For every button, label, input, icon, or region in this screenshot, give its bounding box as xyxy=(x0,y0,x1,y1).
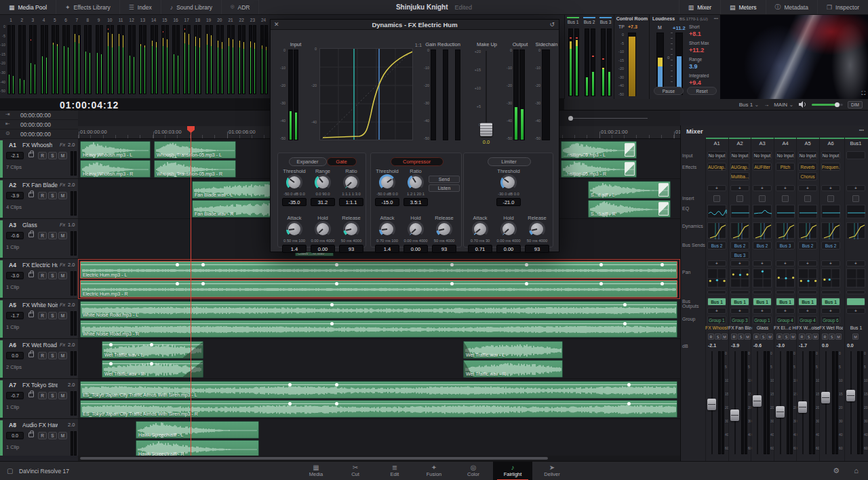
track-record-button[interactable]: R xyxy=(38,432,47,439)
strip-effect-chip[interactable]: Frequen... xyxy=(821,163,840,171)
strip-dynamics-thumbnail[interactable] xyxy=(753,222,772,239)
strip-add-effect-button[interactable]: + xyxy=(753,185,772,191)
strip-input-chip[interactable]: No Input xyxy=(730,151,749,159)
strip-insert-toggle[interactable] xyxy=(804,195,811,202)
track-solo-button[interactable]: S xyxy=(48,312,57,319)
knob-threshold[interactable] xyxy=(379,174,395,191)
strip-effect-chip[interactable]: Pitch xyxy=(776,163,795,171)
strip-add-send-button[interactable]: + xyxy=(821,260,840,266)
strip-eq-thumbnail[interactable] xyxy=(753,205,772,218)
strip-bus-send-chip[interactable]: Bus 2 xyxy=(707,241,726,249)
automation-point[interactable] xyxy=(450,263,454,266)
strip-insert-toggle[interactable] xyxy=(782,195,789,202)
automation-point[interactable] xyxy=(335,282,338,285)
strip-solo-button[interactable]: S xyxy=(738,334,744,340)
tab-limiter[interactable]: Limiter xyxy=(488,157,531,166)
track-gain-value[interactable]: -3.9 xyxy=(6,192,24,199)
audio-clip[interactable]: Heavy Whoosh.mp3 - R xyxy=(80,160,151,178)
fade-handle[interactable] xyxy=(658,183,669,197)
knob-value[interactable]: 1.4 xyxy=(282,245,307,253)
strip-input-chip[interactable]: No Input xyxy=(753,151,772,159)
strip-mute-button[interactable]: M xyxy=(812,334,818,340)
strip-solo-button[interactable]: S xyxy=(760,334,766,340)
track-mute-button[interactable]: M xyxy=(58,312,67,319)
strip-record-button[interactable]: R xyxy=(822,334,828,340)
track-gain-value[interactable]: -0.7 xyxy=(6,392,24,399)
page-tab-deliver[interactable]: ➤Deliver xyxy=(532,462,572,480)
automation-point[interactable] xyxy=(660,263,664,266)
strip-record-button[interactable]: R xyxy=(776,334,783,340)
automation-point[interactable] xyxy=(176,263,179,266)
track-mute-button[interactable]: M xyxy=(58,272,67,279)
strip-insert-toggle[interactable] xyxy=(736,195,743,202)
strip-bus-output-chip[interactable] xyxy=(846,298,865,306)
strip-fader-handle[interactable] xyxy=(707,399,716,410)
knob-value[interactable]: -35.0 xyxy=(282,198,307,206)
tab-expander[interactable]: Expander xyxy=(289,157,327,166)
strip-fader-handle[interactable] xyxy=(846,390,855,401)
knob-release[interactable] xyxy=(436,221,452,237)
tab-gate[interactable]: Gate xyxy=(327,157,357,166)
strip-pan-grid[interactable] xyxy=(707,268,726,287)
strip-pan-grid[interactable] xyxy=(798,268,817,287)
strip-group-chip[interactable]: Group 1 xyxy=(707,316,726,324)
strip-solo-button[interactable]: S xyxy=(715,334,721,340)
toolbar-button-sound-library[interactable]: ♪Sound Library xyxy=(161,0,222,14)
dim-button[interactable]: DIM xyxy=(848,101,863,108)
toolbar-button-metadata[interactable]: ⓘMetadata xyxy=(766,0,817,14)
lock-icon[interactable] xyxy=(28,273,34,277)
speaker-icon[interactable] xyxy=(798,101,807,108)
dynamics-curve-graph[interactable] xyxy=(319,48,413,140)
strip-eq-thumbnail[interactable] xyxy=(730,205,749,218)
track-gain-value[interactable]: 0.0 xyxy=(6,432,24,439)
toolbar-button-index[interactable]: ☰Index xyxy=(120,0,161,14)
toolbar-button-inspector[interactable]: ❐Inspector xyxy=(817,0,868,14)
track-solo-button[interactable]: S xyxy=(48,352,57,359)
strip-record-button[interactable]: R xyxy=(799,334,805,340)
track-header-a5[interactable]: A5FX White NoiseFx2.0-1.7RSM1 Clip xyxy=(0,299,78,339)
knob-value[interactable]: 1.4 xyxy=(375,245,399,253)
knob-value[interactable]: 0.00 xyxy=(496,245,521,253)
strip-bus-send-chip[interactable]: Bus 2 xyxy=(798,241,817,249)
knob-hold[interactable] xyxy=(315,221,331,237)
audio-clip[interactable]: ...nsition-05.mp3 - R xyxy=(561,160,637,178)
strip-add-output-button[interactable]: + xyxy=(730,308,749,314)
knob-value[interactable]: 3.5:1 xyxy=(403,198,428,206)
toolbar-button-adr[interactable]: ⌾ADR xyxy=(222,0,259,14)
track-header-a3[interactable]: A3GlassFx1.0-0.6RSM1 Clip xyxy=(0,219,78,259)
strip-bus-output-chip[interactable]: Bus 1 xyxy=(776,298,795,306)
strip-insert-toggle[interactable] xyxy=(759,195,766,202)
strip-input-chip[interactable]: No Input xyxy=(821,151,840,159)
track-record-button[interactable]: R xyxy=(38,352,47,359)
knob-value[interactable]: -15.0 xyxy=(375,198,399,206)
automation-point[interactable] xyxy=(201,282,205,285)
strip-add-send-button[interactable]: + xyxy=(730,260,749,266)
strip-group-chip[interactable]: Group 4 xyxy=(798,316,817,324)
track-record-button[interactable]: R xyxy=(38,192,47,199)
close-icon[interactable]: ✕ xyxy=(274,21,279,28)
knob-threshold[interactable] xyxy=(500,174,517,191)
strip-bus-send-chip[interactable]: Bus 2 xyxy=(730,241,749,249)
automation-point[interactable] xyxy=(525,263,528,266)
audio-clip[interactable]: Electric Hum.mp3 - L xyxy=(80,261,677,279)
audio-clip[interactable]: Whoosh_Transition-05.mp3 - L xyxy=(154,141,236,159)
track-gain-value[interactable]: 0.0 xyxy=(6,352,24,359)
automation-point[interactable] xyxy=(330,322,334,325)
knob-value[interactable]: 93 xyxy=(339,245,363,253)
strip-group-chip[interactable]: Group 1 xyxy=(753,316,772,324)
strip-group-chip[interactable]: Group 6 xyxy=(821,316,840,324)
strip-group-chip[interactable]: Group 3 xyxy=(730,316,749,324)
audio-clip[interactable]: S...d.aiff - R xyxy=(588,200,671,218)
audio-clip[interactable]: Electric Hum.mp3 - R xyxy=(80,280,677,298)
lock-icon[interactable] xyxy=(28,353,34,357)
scrollbar-thumb[interactable] xyxy=(80,457,548,460)
track-record-button[interactable]: R xyxy=(38,272,47,279)
track-solo-button[interactable]: S xyxy=(48,272,57,279)
lock-icon[interactable] xyxy=(28,193,34,197)
track-gain-value[interactable]: -2.1 xyxy=(6,152,24,159)
audio-clip[interactable]: Wet Traffic.wav - R xyxy=(102,360,203,378)
send-button[interactable]: Send xyxy=(429,176,460,183)
strip-add-send-button[interactable]: + xyxy=(776,260,795,266)
strip-solo-button[interactable]: S xyxy=(829,334,835,340)
track-record-button[interactable]: R xyxy=(38,312,47,319)
